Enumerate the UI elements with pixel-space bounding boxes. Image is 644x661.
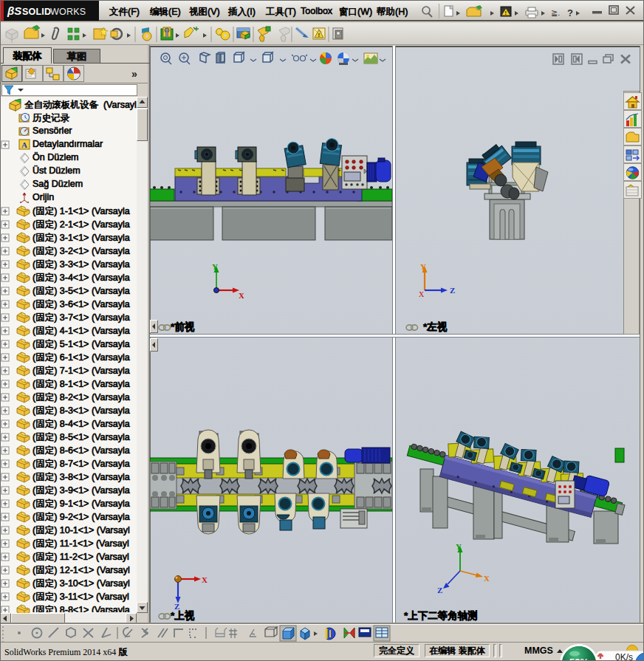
svg-text:!: ! bbox=[318, 32, 320, 38]
svg-text:0K/s: 0K/s bbox=[615, 652, 633, 661]
svg-text:Z: Z bbox=[450, 286, 455, 295]
svg-text:X: X bbox=[419, 290, 425, 298]
svg-text:Y: Y bbox=[420, 262, 426, 271]
svg-text:X: X bbox=[484, 574, 490, 583]
svg-text:X: X bbox=[239, 291, 244, 300]
svg-text:»: » bbox=[131, 68, 137, 80]
svg-text:Y: Y bbox=[456, 542, 462, 551]
svg-text:Z: Z bbox=[437, 586, 442, 595]
svg-text:WORKS: WORKS bbox=[50, 7, 86, 17]
svg-text:59%: 59% bbox=[569, 657, 589, 661]
svg-text:≧.: ≧. bbox=[551, 8, 560, 17]
svg-text:βS: βS bbox=[7, 4, 21, 17]
svg-text:X: X bbox=[202, 575, 208, 584]
svg-text:SOLID: SOLID bbox=[22, 7, 51, 17]
svg-text:?: ? bbox=[567, 7, 573, 18]
svg-text:Z: Z bbox=[174, 602, 179, 609]
svg-text:Y: Y bbox=[212, 262, 218, 271]
svg-text:!: ! bbox=[504, 10, 507, 16]
